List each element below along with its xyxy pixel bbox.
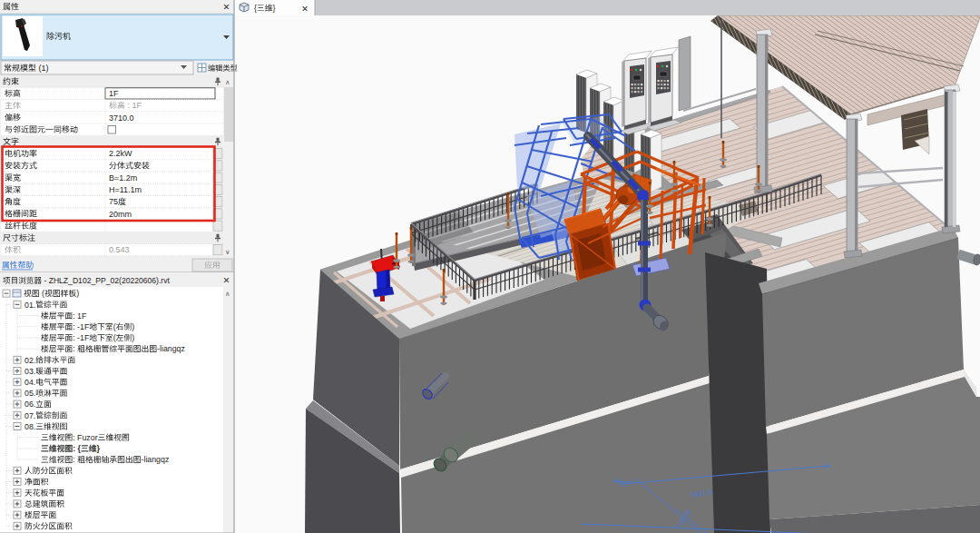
svg-text:✕: ✕ [301,4,309,14]
svg-text:∧: ∧ [225,78,230,86]
svg-text:07.: 07. [24,411,35,420]
svg-text:(1): (1) [36,64,49,73]
svg-text:∨: ∨ [225,248,230,256]
svg-text:(: ( [113,322,116,331]
svg-text:∧: ∧ [225,290,230,298]
svg-text:: -1F: : -1F [73,333,90,342]
svg-text:: -1F: : -1F [73,322,90,331]
svg-text:1F: 1F [109,89,119,98]
svg-text:-liangqz: -liangqz [142,455,170,464]
svg-text:): ) [132,333,134,342]
svg-text:3710.0: 3710.0 [109,114,134,123]
svg-text:03.: 03. [24,367,35,376]
svg-text:02.: 02. [24,356,35,365]
svg-text:✕: ✕ [223,275,230,285]
svg-text:05.: 05. [24,389,35,398]
svg-text:75: 75 [109,197,118,206]
svg-text:0.543: 0.543 [109,245,130,254]
svg-text:-liangqz: -liangqz [157,344,185,353]
svg-text:}: } [273,4,276,13]
svg-text:H=11.1m: H=11.1m [109,185,142,194]
svg-text:08.: 08. [24,422,35,431]
svg-text:: {: : { [73,444,81,453]
svg-text:: 1F: : 1F [73,311,87,321]
svg-text:20mm: 20mm [109,210,132,219]
svg-text:✕: ✕ [223,2,230,12]
svg-text:): ) [76,289,79,298]
svg-text:}: } [97,444,101,453]
svg-text:: 1F: : 1F [125,101,142,110]
svg-text:01.: 01. [24,301,35,310]
svg-text::: : [73,344,77,353]
svg-text:- ZHLZ_D102_PP_02(20220606).rv: - ZHLZ_D102_PP_02(20220606).rvt [42,276,171,285]
svg-text:: Fuzor: : Fuzor [73,433,97,442]
svg-text:04.: 04. [24,378,35,387]
svg-text:(: ( [40,289,44,298]
svg-text:2.2kW: 2.2kW [109,149,132,158]
svg-text:B=1.2m: B=1.2m [109,173,137,183]
svg-text::: : [73,455,77,464]
svg-text:): ) [132,322,134,331]
svg-text:06.: 06. [24,400,35,409]
svg-text:(: ( [113,333,116,342]
svg-text:{: { [254,4,257,13]
